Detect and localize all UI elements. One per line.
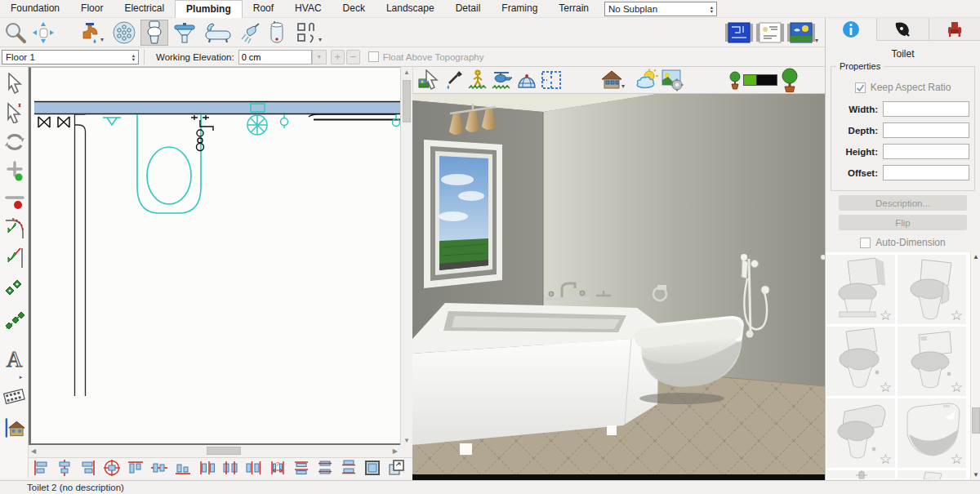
favorite-star-icon[interactable]: ☆ xyxy=(880,307,892,324)
favorite-star-icon[interactable]: ☆ xyxy=(951,307,963,324)
tab-furniture-library[interactable] xyxy=(929,18,980,40)
custom-pipeline-tool-button[interactable]: ▾ xyxy=(291,20,327,46)
make-same-size-button[interactable] xyxy=(363,459,381,477)
working-elevation-input[interactable] xyxy=(238,50,312,65)
distribute-right-edges-button[interactable] xyxy=(245,459,263,477)
tree-growth-slider[interactable] xyxy=(743,74,777,86)
fillet-corner-tool-button[interactable] xyxy=(3,217,25,239)
distribute-left-edges-button[interactable] xyxy=(198,459,216,477)
shower-tool-button[interactable] xyxy=(235,20,263,46)
auto-dimension-checkbox[interactable] xyxy=(860,238,871,248)
offset-field[interactable] xyxy=(883,165,969,180)
floor-drain-tool-button[interactable] xyxy=(108,20,140,46)
menu-tab-framing[interactable]: Framing xyxy=(491,0,548,18)
space-equally-button[interactable]: ? xyxy=(269,459,287,477)
menu-tab-terrain[interactable]: Terrain xyxy=(548,0,599,18)
tab-object-info[interactable] xyxy=(826,18,877,41)
valve-symbol[interactable] xyxy=(38,117,69,127)
favorite-star-icon[interactable]: ☆ xyxy=(880,451,892,468)
tab-inspector-pen[interactable] xyxy=(877,18,929,40)
plan-2d-canvas[interactable] xyxy=(29,67,400,445)
look-around-button[interactable] xyxy=(514,68,539,92)
library-item-two-piece-toilet-d[interactable]: ☆ xyxy=(897,326,967,397)
library-item-two-piece-toilet-b[interactable]: ☆ xyxy=(897,254,967,325)
spline-tool-button[interactable] xyxy=(3,276,25,298)
float-above-topography-checkbox[interactable] xyxy=(368,51,379,62)
flip-button[interactable]: Flip xyxy=(839,215,967,230)
straighten-corner-tool-button[interactable] xyxy=(3,247,25,269)
teal-valve-symbol[interactable] xyxy=(103,118,121,125)
elevation-decrease-button[interactable]: − xyxy=(346,50,360,65)
width-field[interactable] xyxy=(883,101,969,117)
plan-hscroll-thumb[interactable] xyxy=(207,447,241,455)
align-vertical-centers-button[interactable] xyxy=(56,459,74,477)
mixer-chain-symbol[interactable] xyxy=(191,115,213,151)
spline-chain-tool-button[interactable] xyxy=(3,310,25,332)
favorite-star-icon[interactable]: ☆ xyxy=(880,379,892,396)
walk-mode-button[interactable] xyxy=(466,68,490,92)
height-field[interactable] xyxy=(883,144,969,159)
plan-vertical-scrollbar[interactable]: ▲ ▼ xyxy=(400,67,412,445)
align-bottom-edges-button[interactable] xyxy=(174,459,192,477)
material-picker-button[interactable] xyxy=(441,68,466,92)
wall-plan[interactable] xyxy=(34,102,400,114)
library-item-flushometer-toilet-partial[interactable] xyxy=(826,470,896,479)
select-special-tool-button[interactable] xyxy=(3,101,25,123)
align-left-edges-button[interactable] xyxy=(32,459,50,477)
depth-field[interactable] xyxy=(883,122,969,138)
floor-plan-camera-button[interactable] xyxy=(539,68,564,92)
bring-to-front-button[interactable] xyxy=(387,459,405,477)
library-scroll-thumb[interactable] xyxy=(972,407,980,434)
align-right-edges-button[interactable] xyxy=(79,459,97,477)
select-tool-button[interactable] xyxy=(3,72,25,94)
center-in-plan-button[interactable] xyxy=(103,459,121,477)
counter-lines[interactable] xyxy=(309,114,400,120)
bathtub-tool-button[interactable] xyxy=(201,20,235,46)
window-3d[interactable] xyxy=(424,140,502,288)
align-top-edges-button[interactable] xyxy=(127,459,145,477)
environment-button[interactable] xyxy=(635,68,660,92)
library-item-two-piece-toilet-a[interactable]: ☆ xyxy=(826,254,896,325)
faucet-tool-button[interactable]: ▾ xyxy=(75,20,108,46)
keep-aspect-ratio-checkbox[interactable] xyxy=(855,82,866,93)
subplan-selector[interactable]: No Subplan ▴▾ xyxy=(604,2,717,16)
menu-tab-floor[interactable]: Floor xyxy=(70,0,114,18)
library-item-toilet-partial[interactable] xyxy=(897,470,967,479)
zoom-tool-button[interactable] xyxy=(2,20,29,46)
description-button[interactable]: Description... xyxy=(839,195,967,211)
favorite-star-icon[interactable]: ☆ xyxy=(951,379,963,396)
select-3d-button[interactable] xyxy=(416,68,441,92)
pan-tool-button[interactable] xyxy=(29,20,57,46)
text-tool-disclosure[interactable]: ▸ xyxy=(3,372,25,382)
walkthrough-house-button[interactable]: ▾ xyxy=(596,68,629,92)
elevation-increase-button[interactable]: + xyxy=(331,50,345,65)
menu-tab-landscape[interactable]: Landscape xyxy=(376,0,445,18)
text-tool-button[interactable]: A xyxy=(3,348,25,370)
add-point-tool-button[interactable] xyxy=(3,160,25,182)
library-item-wall-hung-toilet[interactable]: ☆ xyxy=(897,398,967,469)
menu-tab-detail[interactable]: Detail xyxy=(445,0,492,18)
toilet-tool-button[interactable] xyxy=(140,20,168,46)
view-elevation-button[interactable] xyxy=(755,21,786,44)
library-item-one-piece-toilet[interactable]: ☆ xyxy=(826,398,896,469)
elevation-line-tool-button[interactable] xyxy=(3,416,25,438)
fly-around-button[interactable] xyxy=(490,68,514,92)
menu-tab-foundation[interactable]: Foundation xyxy=(0,0,70,18)
menu-tab-electrical[interactable]: Electrical xyxy=(114,0,175,18)
rotate-tool-button[interactable] xyxy=(3,131,25,153)
movie-camera-tool-button[interactable] xyxy=(3,385,25,407)
view-3d-canvas[interactable] xyxy=(412,94,825,480)
plan-vscroll-thumb[interactable] xyxy=(403,80,411,122)
distribute-centers-h-button[interactable] xyxy=(221,459,239,477)
water-heater-tool-button[interactable] xyxy=(263,20,291,46)
floor-selector[interactable]: Floor 1 ▴▾ xyxy=(2,50,139,65)
remove-point-tool-button[interactable] xyxy=(3,189,25,211)
distribute-top-edges-button[interactable] xyxy=(292,459,310,477)
view-3d-button[interactable] xyxy=(786,21,817,44)
elevation-dropdown-button[interactable]: ▾ xyxy=(312,50,327,65)
menu-tab-deck[interactable]: Deck xyxy=(332,0,376,18)
menu-tab-hvac[interactable]: HVAC xyxy=(284,0,332,18)
distribute-centers-v-button[interactable] xyxy=(316,459,334,477)
toilet-plan-symbol[interactable] xyxy=(137,114,201,213)
view-2d-plan-button[interactable] xyxy=(724,21,755,44)
